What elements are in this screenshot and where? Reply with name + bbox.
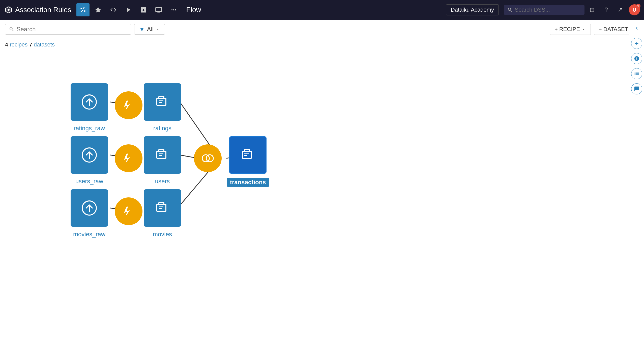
play-nav-btn[interactable]	[122, 3, 135, 16]
flow-search-box[interactable]	[5, 24, 131, 35]
node-clean-movies[interactable]	[115, 197, 142, 225]
node-users[interactable]: users	[144, 136, 181, 185]
filter-label: All	[147, 26, 154, 33]
info-btn[interactable]	[631, 53, 642, 64]
clean-ratings-recipe[interactable]	[115, 91, 142, 119]
filter-icon: ▼	[139, 26, 145, 33]
grid-icon[interactable]: ⊞	[587, 4, 598, 15]
academy-button[interactable]: Dataiku Academy	[446, 4, 499, 15]
filter-dropdown[interactable]: ▼ All	[134, 24, 165, 35]
info-row: 4 recipes 7 datasets	[0, 39, 644, 50]
node-movies-raw[interactable]: movies_raw	[71, 189, 108, 238]
global-search-box[interactable]	[504, 5, 584, 15]
flow-canvas: ratings_raw ratings	[0, 50, 644, 328]
code-nav-btn[interactable]	[107, 3, 120, 16]
project-title: Association Rules	[15, 6, 71, 14]
flow-nav-btn[interactable]	[76, 3, 90, 16]
add-recipe-button[interactable]: + RECIPE	[550, 24, 591, 35]
global-search-input[interactable]	[515, 7, 581, 13]
recipes-link[interactable]: recipes	[10, 41, 27, 48]
ratings-box[interactable]	[144, 83, 181, 121]
node-join[interactable]	[194, 144, 222, 172]
movies-raw-label: movies_raw	[73, 231, 105, 238]
svg-rect-32	[242, 151, 251, 158]
screen-nav-btn[interactable]	[152, 3, 165, 16]
svg-point-31	[206, 155, 213, 162]
svg-line-13	[180, 167, 212, 205]
clean-movies-recipe[interactable]	[115, 197, 142, 225]
ratings-raw-label: ratings_raw	[74, 125, 105, 132]
star-nav-btn[interactable]	[92, 3, 105, 16]
flow-label: Flow	[186, 6, 201, 14]
ratings-label: ratings	[153, 125, 171, 132]
zoom-in-btn[interactable]	[631, 38, 642, 49]
svg-point-30	[202, 155, 209, 162]
clean-users-recipe[interactable]	[115, 144, 142, 172]
help-icon[interactable]: ?	[601, 4, 612, 15]
users-raw-box[interactable]	[71, 136, 108, 174]
avatar[interactable]: U	[629, 4, 640, 15]
node-transactions[interactable]: transactions	[227, 136, 269, 187]
deploy-nav-btn[interactable]	[137, 3, 150, 16]
transactions-box[interactable]	[229, 136, 267, 174]
users-label: users	[155, 178, 170, 185]
join-recipe[interactable]	[194, 144, 222, 172]
node-ratings-raw[interactable]: ratings_raw	[71, 83, 108, 132]
flow-search-input[interactable]	[16, 26, 127, 33]
node-clean-ratings[interactable]	[115, 91, 142, 119]
notifications-icon[interactable]: ↗	[615, 4, 626, 15]
list-btn[interactable]	[631, 68, 642, 79]
right-sidebar	[629, 20, 644, 363]
node-clean-users[interactable]	[115, 144, 142, 172]
node-movies[interactable]: movies	[144, 189, 181, 238]
svg-rect-37	[157, 204, 166, 211]
users-box[interactable]	[144, 136, 181, 174]
users-raw-label: users_raw	[75, 178, 103, 185]
toolbar: ▼ All + RECIPE + DATASET	[0, 20, 644, 39]
svg-point-1	[8, 9, 10, 11]
ratings-raw-box[interactable]	[71, 83, 108, 121]
node-ratings[interactable]: ratings	[144, 83, 181, 132]
movies-box[interactable]	[144, 189, 181, 227]
top-nav: Association Rules Flow Dataiku Academy ⊞…	[0, 0, 644, 20]
collapse-sidebar-btn[interactable]	[631, 23, 642, 34]
more-nav-btn[interactable]	[167, 3, 180, 16]
chat-btn[interactable]	[631, 83, 642, 94]
datasets-link[interactable]: datasets	[34, 41, 55, 48]
svg-rect-27	[157, 151, 166, 158]
recipes-count: 4	[5, 41, 8, 48]
svg-rect-22	[157, 98, 166, 105]
svg-line-12	[180, 102, 212, 149]
movies-label: movies	[153, 231, 172, 238]
node-users-raw[interactable]: users_raw	[71, 136, 108, 185]
movies-raw-box[interactable]	[71, 189, 108, 227]
logo[interactable]	[4, 5, 13, 14]
transactions-label: transactions	[227, 178, 269, 187]
datasets-count: 7	[29, 41, 32, 48]
